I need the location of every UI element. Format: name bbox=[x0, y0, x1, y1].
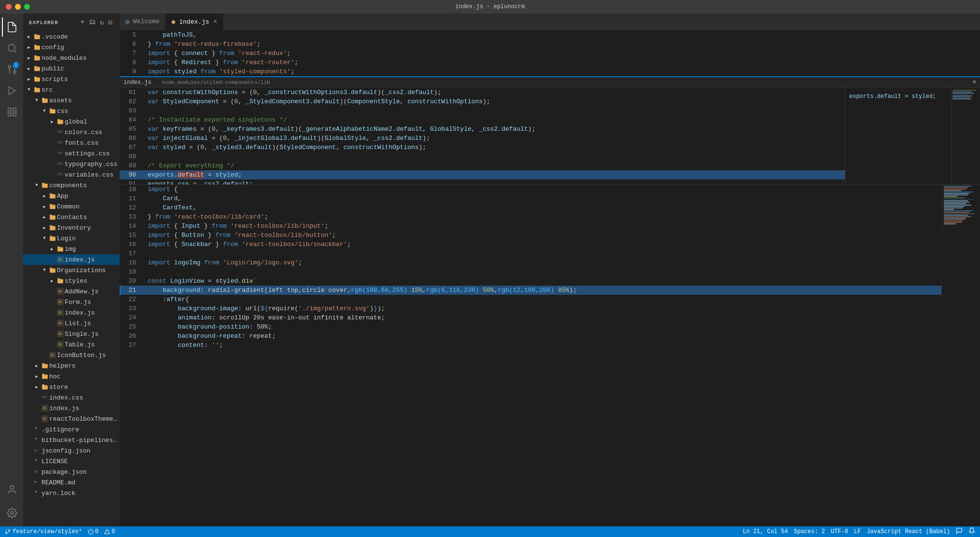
language-mode[interactable]: JavaScript React (Babel) bbox=[867, 528, 950, 535]
feedback-icon[interactable] bbox=[956, 527, 963, 536]
svg-line-1 bbox=[14, 50, 16, 52]
main-code-content[interactable]: 10import { 11 Card, 12 CardText, 13} fro… bbox=[120, 185, 941, 526]
maximize-button[interactable] bbox=[24, 4, 30, 10]
peek-body: 81var constructWithOptions = (0, _constr… bbox=[120, 88, 980, 184]
account-activity-icon[interactable] bbox=[2, 480, 21, 499]
tree-item-store[interactable]: ▶store bbox=[23, 382, 120, 392]
collapse-icon[interactable]: ⊟ bbox=[108, 17, 114, 28]
tree-item-index.js-org[interactable]: JSindex.js bbox=[23, 307, 120, 318]
tree-item-assets[interactable]: ▼assets bbox=[23, 95, 120, 106]
indentation[interactable]: Spaces: 2 bbox=[794, 528, 825, 535]
tree-item-Single.js[interactable]: JSSingle.js bbox=[23, 329, 120, 339]
js-icon: JS bbox=[41, 415, 49, 422]
tree-item-label: styles bbox=[65, 277, 120, 285]
status-left: feature/view/styles* 0 0 bbox=[5, 528, 115, 535]
tree-item-node_modules[interactable]: ▶node_modules bbox=[23, 53, 120, 63]
close-button[interactable] bbox=[6, 4, 12, 10]
warning-count[interactable]: 0 bbox=[104, 528, 115, 535]
code-line-26: 26 background-repeat: repeat; bbox=[120, 331, 941, 341]
tree-item-index.js-login[interactable]: JSindex.js bbox=[23, 254, 120, 265]
tree-item-label: Organizations bbox=[57, 267, 120, 274]
tree-item-index.js-root[interactable]: JSindex.js bbox=[23, 403, 120, 413]
welcome-tab-icon: ◎ bbox=[125, 18, 129, 26]
tree-item-global[interactable]: ▶global bbox=[23, 116, 120, 127]
tree-item-Form.js[interactable]: JSForm.js bbox=[23, 297, 120, 307]
css-icon: CSS bbox=[41, 394, 49, 401]
files-activity-icon[interactable] bbox=[2, 17, 21, 37]
tree-item-Table.js[interactable]: JSTable.js bbox=[23, 339, 120, 350]
tree-item-LICENSE[interactable]: LICENSE bbox=[23, 456, 120, 467]
tree-item-bitbucket-pipelines.yml[interactable]: bitbucket-pipelines.yml bbox=[23, 435, 120, 445]
tree-item-typography.css[interactable]: CSStypography.css bbox=[23, 159, 120, 169]
peek-code-pane[interactable]: 81var constructWithOptions = (0, _constr… bbox=[120, 88, 845, 184]
folder-arrow-icon: ▶ bbox=[33, 385, 41, 390]
tab-index-js[interactable]: ◉ index.js × bbox=[166, 14, 223, 30]
tree-item-config[interactable]: ▶config bbox=[23, 42, 120, 53]
top-code-content[interactable]: 5 pathToJS, 6 } from 'react-redux-fireba… bbox=[120, 30, 980, 76]
notification-icon[interactable] bbox=[968, 527, 975, 536]
tree-item-img[interactable]: ▶img bbox=[23, 244, 120, 254]
tree-item-settings.css[interactable]: CSSsettings.css bbox=[23, 148, 120, 159]
refresh-icon[interactable]: ↻ bbox=[99, 17, 105, 28]
tree-item-components[interactable]: ▼components bbox=[23, 180, 120, 191]
debug-activity-icon[interactable] bbox=[2, 81, 21, 100]
tree-item-Organizations[interactable]: ▼Organizations bbox=[23, 265, 120, 275]
tree-item-jsconfig.json[interactable]: {}jsconfig.json bbox=[23, 445, 120, 456]
svg-point-11 bbox=[11, 511, 14, 514]
generic-icon bbox=[33, 458, 41, 465]
tree-item-Common[interactable]: ▶Common bbox=[23, 201, 120, 212]
tree-item-.gitignore[interactable]: .gitignore bbox=[23, 424, 120, 435]
tree-item-Login[interactable]: ▼Login bbox=[23, 233, 120, 244]
close-tab-icon[interactable]: × bbox=[213, 18, 217, 26]
sidebar: EXPLORER + 🗂 ↻ ⊟ ▶.vscode▶config▶node_mo… bbox=[23, 14, 120, 526]
git-branch[interactable]: feature/view/styles* bbox=[5, 528, 82, 535]
tree-item-styles[interactable]: ▶styles bbox=[23, 275, 120, 286]
tree-item-css[interactable]: ▼css bbox=[23, 106, 120, 116]
error-count[interactable]: 0 bbox=[88, 528, 98, 535]
tree-item-vscode[interactable]: ▶.vscode bbox=[23, 31, 120, 42]
cursor-position[interactable]: Ln 21, Col 54 bbox=[743, 528, 788, 535]
tree-item-public[interactable]: ▶public bbox=[23, 63, 120, 74]
tree-item-src[interactable]: ▼src bbox=[23, 84, 120, 95]
tree-item-yarn.lock[interactable]: yarn.lock bbox=[23, 488, 120, 498]
tree-item-label: index.js bbox=[65, 309, 120, 317]
peek-close-icon[interactable]: × bbox=[973, 79, 976, 86]
tree-item-hoc[interactable]: ▶hoc bbox=[23, 371, 120, 382]
peek-line-91: 91exports.css = _css2.default; bbox=[120, 179, 845, 184]
tree-item-scripts[interactable]: ▶scripts bbox=[23, 74, 120, 84]
tree-item-fonts.css[interactable]: CSSfonts.css bbox=[23, 138, 120, 148]
tree-item-reactToolboxTheme.js[interactable]: JSreactToolboxTheme.js bbox=[23, 413, 120, 424]
traffic-lights[interactable] bbox=[6, 4, 30, 10]
code-line-16: 16import { Snackbar } from 'react-toolbo… bbox=[120, 240, 941, 249]
encoding[interactable]: UTF-8 bbox=[831, 528, 848, 535]
search-activity-icon[interactable] bbox=[2, 39, 21, 58]
tree-item-README.md[interactable]: MDREADME.md bbox=[23, 477, 120, 488]
new-folder-icon[interactable]: 🗂 bbox=[88, 17, 97, 28]
tree-item-AddNew.js[interactable]: JSAddNew.js bbox=[23, 286, 120, 297]
new-file-icon[interactable]: + bbox=[80, 17, 86, 28]
svg-point-41 bbox=[35, 459, 37, 461]
minimap-content bbox=[942, 185, 980, 226]
peek-line-86: 86var injectGlobal = (0, _injectGlobal3.… bbox=[120, 134, 845, 143]
settings-activity-icon[interactable] bbox=[2, 503, 21, 523]
tree-item-Inventory[interactable]: ▶Inventory bbox=[23, 222, 120, 233]
git-activity-icon[interactable]: 1 bbox=[2, 60, 21, 79]
tree-item-helpers[interactable]: ▶helpers bbox=[23, 360, 120, 371]
tree-item-List.js[interactable]: JSList.js bbox=[23, 318, 120, 329]
tab-welcome[interactable]: ◎ Welcome bbox=[120, 14, 166, 30]
tree-item-package.json[interactable]: {}package.json bbox=[23, 467, 120, 477]
tree-item-label: bitbucket-pipelines.yml bbox=[41, 437, 120, 444]
minimize-button[interactable] bbox=[15, 4, 21, 10]
js-icon: JS bbox=[56, 309, 65, 316]
svg-point-10 bbox=[10, 486, 14, 489]
peek-line-87: 87var styled = (0, _styled3.default)(Sty… bbox=[120, 143, 845, 152]
tree-item-index.css-root[interactable]: CSSindex.css bbox=[23, 392, 120, 403]
tree-item-App[interactable]: ▶App bbox=[23, 191, 120, 201]
tree-item-colors.css[interactable]: CSScolors.css bbox=[23, 127, 120, 138]
tree-item-Contacts[interactable]: ▶Contacts bbox=[23, 212, 120, 222]
line-ending[interactable]: LF bbox=[854, 528, 861, 535]
extensions-activity-icon[interactable] bbox=[2, 102, 21, 122]
tree-item-IconButton.js[interactable]: JSIconButton.js bbox=[23, 350, 120, 360]
svg-rect-9 bbox=[8, 113, 11, 116]
tree-item-variables.css[interactable]: CSSvariables.css bbox=[23, 169, 120, 180]
